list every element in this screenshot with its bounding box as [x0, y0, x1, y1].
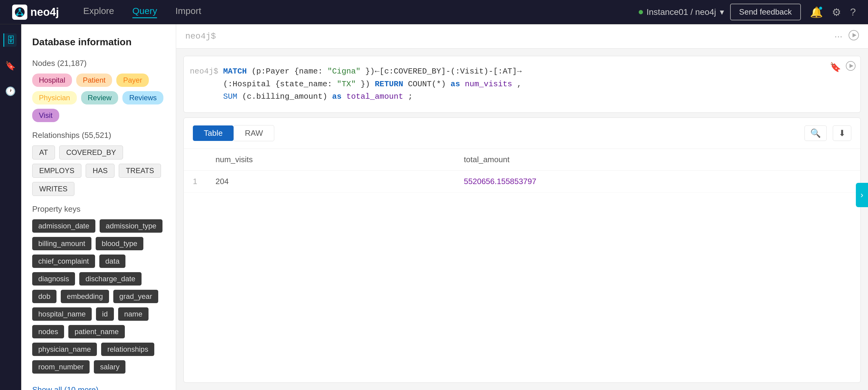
sidebar-item-history[interactable]: 🕐: [4, 85, 17, 98]
sidebar-item-bookmark[interactable]: 🔖: [4, 59, 17, 72]
node-tag-hospital[interactable]: Hospital: [32, 73, 72, 87]
notifications-button[interactable]: 🔔: [810, 6, 823, 18]
prop-tag-chief-complaint[interactable]: chief_complaint: [32, 254, 95, 268]
prop-tag-grad-year[interactable]: grad_year: [113, 290, 158, 303]
search-icon: 🔍: [810, 128, 821, 138]
help-button[interactable]: ?: [850, 6, 856, 18]
total-amount-alias: total_amount: [346, 92, 403, 101]
svg-point-1: [19, 8, 21, 11]
logo-text: neo4j: [30, 6, 59, 19]
rel-tag-treats[interactable]: TREATS: [119, 164, 161, 178]
prop-tag-name[interactable]: name: [118, 307, 149, 321]
help-icon: ?: [850, 6, 856, 18]
prop-tag-blood-type[interactable]: blood_type: [96, 237, 143, 250]
topnav: neo4j Explore Query Import Instance01 / …: [0, 0, 868, 24]
query-panel: neo4j$ ··· 🔖: [176, 24, 868, 390]
db-info-panel: Database information Nodes (21,187) Hosp…: [21, 24, 176, 390]
prop-tag-id[interactable]: id: [96, 307, 114, 321]
nav-items: Explore Query Import: [83, 6, 632, 18]
col-total-amount: total_amount: [455, 149, 860, 171]
svg-marker-8: [852, 33, 857, 37]
code-editor[interactable]: 🔖 neo4j$ MATCH (p:Payer {name: "Cigna" }…: [183, 56, 861, 113]
query-input-actions: ···: [834, 30, 859, 43]
instance-status-dot: [639, 10, 643, 14]
relationships-tags: AT COVERED_BY EMPLOYS HAS TREATS WRITES: [32, 146, 165, 196]
node-tag-payer[interactable]: Payer: [116, 73, 149, 87]
table-row: 1 204 5520656.155853797: [184, 171, 860, 192]
main-layout: 🗄 🔖 🕐 Database information Nodes (21,187…: [0, 24, 868, 390]
settings-button[interactable]: ⚙: [832, 6, 841, 18]
search-results-button[interactable]: 🔍: [805, 125, 827, 141]
instance-info[interactable]: Instance01 / neo4j ▾: [632, 5, 730, 20]
prop-tag-diagnosis[interactable]: diagnosis: [32, 272, 75, 286]
rel-tag-employs[interactable]: EMPLOYS: [32, 164, 82, 178]
node-tag-visit[interactable]: Visit: [32, 109, 59, 122]
nodes-tags: Hospital Patient Payer Physician Review …: [32, 73, 165, 122]
prop-tag-relationships[interactable]: relationships: [101, 342, 154, 356]
prop-tag-billing-amount[interactable]: billing_amount: [32, 237, 91, 250]
save-query-button[interactable]: 🔖: [830, 61, 841, 73]
prop-tag-patient-name[interactable]: patient_name: [68, 325, 125, 338]
as-keyword-1: as: [451, 80, 460, 89]
node-tag-review[interactable]: Review: [81, 91, 119, 104]
prop-tag-admission-date[interactable]: admission_date: [32, 219, 95, 233]
clock-icon: 🕐: [5, 86, 16, 96]
row-num-header: [184, 149, 206, 171]
logo-icon: [12, 5, 27, 20]
prop-tag-salary[interactable]: salary: [94, 360, 125, 373]
tab-raw[interactable]: RAW: [234, 125, 274, 141]
chevron-down-icon: ▾: [720, 7, 724, 17]
prop-tag-room-number[interactable]: room_number: [32, 360, 90, 373]
tab-table[interactable]: Table: [193, 125, 234, 141]
prop-tag-discharge-date[interactable]: discharge_date: [79, 272, 141, 286]
rel-tag-at[interactable]: AT: [32, 146, 55, 159]
nav-import[interactable]: Import: [175, 6, 201, 18]
database-icon: 🗄: [7, 35, 15, 45]
node-tag-reviews[interactable]: Reviews: [122, 91, 163, 104]
prop-tag-physician-name[interactable]: physician_name: [32, 342, 97, 356]
cell-total-amount-1: 5520656.155853797: [455, 171, 860, 192]
prop-tag-dob[interactable]: dob: [32, 290, 57, 303]
prop-tag-hospital-name[interactable]: hospital_name: [32, 307, 92, 321]
run-query-icon[interactable]: [848, 30, 859, 43]
code-actions: 🔖: [830, 61, 856, 73]
sidebar-item-database[interactable]: 🗄: [3, 33, 17, 47]
node-tag-patient[interactable]: Patient: [76, 73, 112, 87]
rel-tag-has[interactable]: HAS: [86, 164, 115, 178]
code-content-1: MATCH (p:Payer {name: "Cigna" })←[c:COVE…: [223, 65, 522, 78]
query-input-bar: neo4j$ ···: [176, 24, 868, 49]
nodes-section-label: Nodes (21,187): [32, 59, 165, 68]
prop-tag-nodes[interactable]: nodes: [32, 325, 64, 338]
download-results-button[interactable]: ⬇: [833, 125, 851, 141]
query-prompt[interactable]: neo4j$: [185, 32, 834, 41]
code-prompt-label: neo4j$: [190, 65, 218, 78]
nav-query[interactable]: Query: [132, 6, 157, 18]
code-content-2: (:Hospital {state_name: "TX" }) RETURN C…: [223, 78, 522, 91]
ellipsis-icon[interactable]: ···: [834, 31, 842, 42]
feedback-button[interactable]: Send feedback: [730, 4, 801, 20]
right-edge-panel-toggle[interactable]: ›: [856, 183, 868, 207]
prop-tag-data[interactable]: data: [99, 254, 126, 268]
code-line-1: neo4j$ MATCH (p:Payer {name: "Cigna" })←…: [190, 65, 851, 78]
rel-tag-writes[interactable]: WRITES: [32, 182, 74, 196]
as-keyword-2: as: [332, 92, 342, 101]
show-more-button[interactable]: Show all (10 more): [32, 385, 98, 390]
node-tag-physician[interactable]: Physician: [32, 91, 77, 104]
prop-tag-admission-type[interactable]: admission_type: [100, 219, 162, 233]
num-visits-alias: num_visits: [465, 80, 512, 89]
cell-num-visits-1: 204: [206, 171, 455, 192]
run-code-button[interactable]: [846, 61, 856, 73]
rel-tag-covered-by[interactable]: COVERED_BY: [59, 146, 123, 159]
code-line-3: neo4j$ SUM (c.billing_amount) as total_a…: [190, 91, 851, 103]
notification-dot: [819, 7, 822, 10]
nav-explore[interactable]: Explore: [83, 6, 114, 18]
prop-tag-embedding[interactable]: embedding: [61, 290, 109, 303]
db-panel-title: Database information: [32, 36, 165, 48]
gear-icon: ⚙: [832, 6, 841, 18]
tx-string: "TX": [337, 80, 355, 89]
svg-marker-10: [849, 64, 854, 68]
results-toolbar: Table RAW 🔍 ⬇: [184, 118, 860, 149]
relationships-section-label: Relationships (55,521): [32, 130, 165, 140]
row-number-1: 1: [184, 171, 206, 192]
sum-func: SUM: [223, 92, 238, 101]
